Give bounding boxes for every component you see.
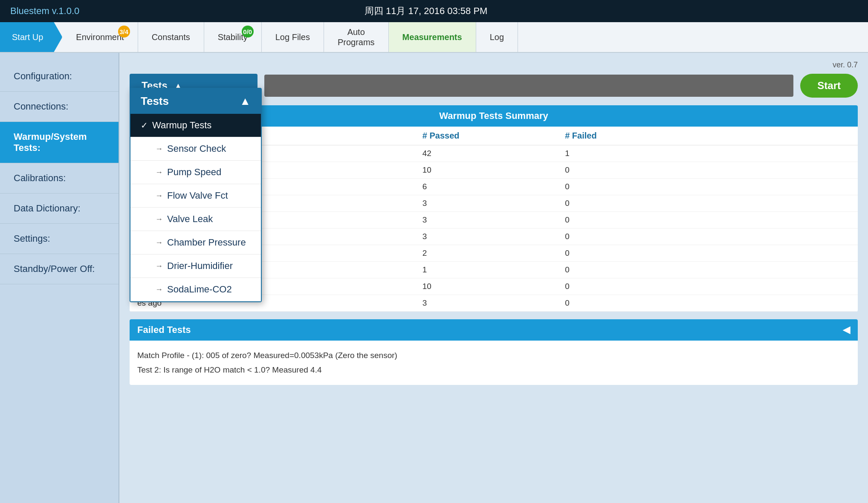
tab-stability[interactable]: Stability 0/0	[204, 22, 262, 52]
tab-autoprograms[interactable]: AutoPrograms	[324, 22, 389, 52]
stability-badge: 0/0	[242, 26, 254, 38]
arrow-icon: →	[155, 285, 163, 294]
tab-log[interactable]: Log	[476, 22, 518, 52]
collapse-icon[interactable]: ◀	[843, 324, 850, 335]
sidebar-item-datadictionary[interactable]: Data Dictionary:	[0, 194, 119, 224]
tab-constants[interactable]: Constants	[138, 22, 204, 52]
sidebar-item-standby[interactable]: Standby/Power Off:	[0, 254, 119, 284]
tab-environment[interactable]: Environment 3/4	[62, 22, 138, 52]
dropdown-item-warmup[interactable]: ✓Warmup Tests	[130, 114, 261, 137]
failed-header: Failed Tests ◀	[130, 319, 858, 341]
content-area: ver. 0.7 Tests ▲ Start Warmup Tests Summ…	[119, 53, 868, 503]
dropdown-header: Tests ▲	[130, 89, 261, 114]
dropdown-item-valveleak[interactable]: →Valve Leak	[130, 208, 261, 231]
environment-badge: 3/4	[118, 26, 130, 38]
dropdown-header-arrow: ▲	[240, 95, 251, 108]
start-button[interactable]: Start	[800, 74, 858, 98]
arrow-icon: →	[155, 168, 163, 177]
sidebar-item-configuration[interactable]: Configuration:	[0, 61, 119, 92]
version-text: ver. 0.7	[130, 61, 858, 69]
dropdown-item-chamberpressure[interactable]: →Chamber Pressure	[130, 231, 261, 254]
main-layout: Configuration: Connections: Warmup/Syste…	[0, 53, 868, 503]
tab-logfiles[interactable]: Log Files	[262, 22, 324, 52]
arrow-icon: →	[155, 145, 163, 153]
datetime: 周四 11月 17, 2016 03:58 PM	[365, 5, 488, 17]
sidebar-item-warmup[interactable]: Warmup/System Tests:	[0, 122, 119, 163]
sidebar-item-connections[interactable]: Connections:	[0, 92, 119, 122]
arrow-icon: →	[155, 238, 163, 247]
dropdown-item-flowvalvefct[interactable]: →Flow Valve Fct	[130, 184, 261, 208]
arrow-icon: →	[155, 191, 163, 200]
sidebar-item-settings[interactable]: Settings:	[0, 224, 119, 254]
app-title: Bluestem v.1.0.0	[10, 6, 79, 17]
arrow-icon: →	[155, 215, 163, 224]
nav-tabs: Start Up Environment 3/4 Constants Stabi…	[0, 22, 868, 53]
dropdown-item-sodalimeco2[interactable]: →SodaLime-CO2	[130, 278, 261, 301]
failed-content: Match Profile - (1): 005 of zero? Measur…	[130, 341, 858, 385]
dropdown-item-sensorcheck[interactable]: →Sensor Check	[130, 137, 261, 161]
dropdown-item-drierhumidifier[interactable]: →Drier-Humidifier	[130, 254, 261, 278]
sidebar: Configuration: Connections: Warmup/Syste…	[0, 53, 119, 503]
tab-measurements[interactable]: Measurements	[389, 22, 476, 52]
check-icon: ✓	[141, 120, 148, 130]
dropdown-menu: Tests ▲ ✓Warmup Tests→Sensor Check→Pump …	[130, 88, 262, 302]
failed-section: Failed Tests ◀ Match Profile - (1): 005 …	[130, 319, 858, 385]
dropdown-item-pumpspeed[interactable]: →Pump Speed	[130, 161, 261, 184]
dropdown-items-list: ✓Warmup Tests→Sensor Check→Pump Speed→Fl…	[130, 114, 261, 301]
arrow-icon: →	[155, 262, 163, 271]
search-bar	[264, 75, 793, 97]
top-bar: Bluestem v.1.0.0 周四 11月 17, 2016 03:58 P…	[0, 0, 868, 22]
tab-startup[interactable]: Start Up	[0, 22, 62, 52]
sidebar-item-calibrations[interactable]: Calibrations:	[0, 163, 119, 194]
